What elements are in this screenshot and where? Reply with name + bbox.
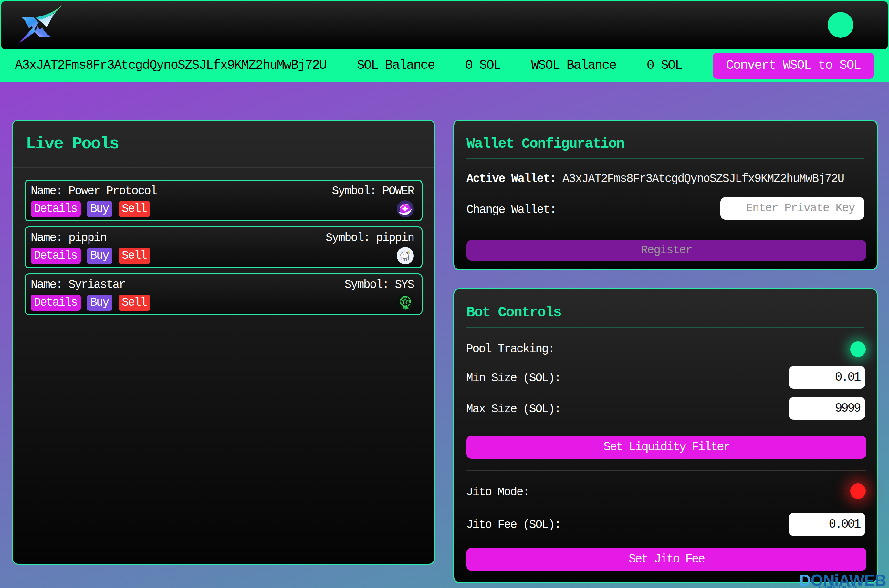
- svg-text:SYRIASTAR: SYRIASTAR: [402, 307, 409, 309]
- svg-text:FOUNDED IN 2018: FOUNDED IN 2018: [819, 585, 858, 588]
